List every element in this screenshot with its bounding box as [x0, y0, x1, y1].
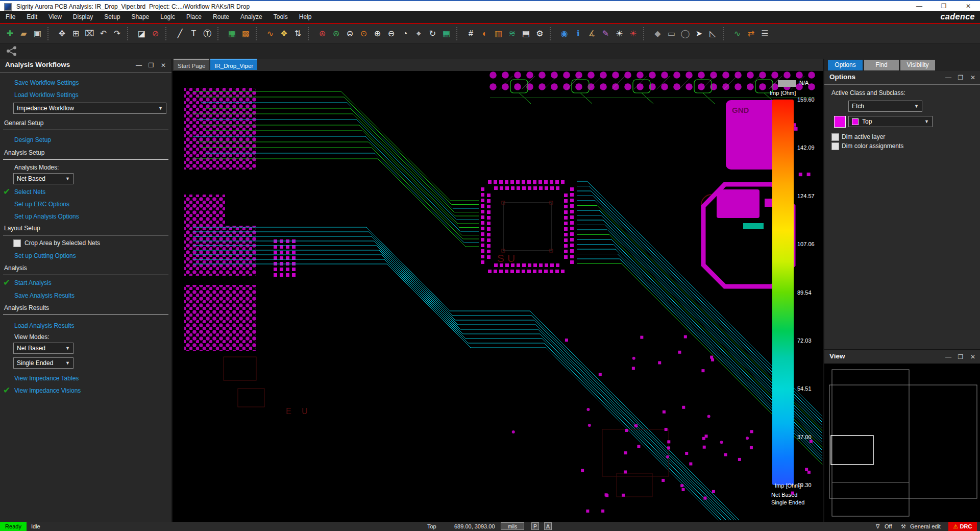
workflow-select[interactable]: Impedance Workflow▼	[13, 103, 166, 114]
text-box-icon[interactable]: Ⓣ	[201, 27, 214, 40]
add-line-icon[interactable]: ╱	[173, 27, 187, 40]
a-button[interactable]: A	[544, 522, 552, 530]
shape-rect-icon[interactable]: ▭	[665, 27, 678, 40]
view-impedance-tables-link[interactable]: View Impedance Tables	[14, 375, 79, 382]
dehighlight-icon[interactable]: ☀	[626, 27, 640, 40]
view-close-button[interactable]: ✕	[968, 352, 978, 361]
ratsnest-off-icon[interactable]: ⊛	[329, 27, 343, 40]
visibility-eye-icon[interactable]: ◉	[557, 27, 571, 40]
copy-display-icon[interactable]: ▥	[492, 27, 505, 40]
parameters-icon[interactable]: ⚙	[533, 27, 547, 40]
load-analysis-results-link[interactable]: Load Analysis Results	[14, 322, 74, 329]
analysis-mode-select[interactable]: Net Based▼	[13, 173, 74, 184]
workflow-close-button[interactable]: ✕	[158, 61, 168, 70]
save-design-icon[interactable]: ▣	[31, 27, 44, 40]
menu-item[interactable]: File	[0, 12, 21, 22]
menu-item[interactable]: Setup	[99, 12, 126, 22]
unfillet-icon[interactable]: ⊘	[149, 27, 162, 40]
menu-item[interactable]: Analyze	[235, 12, 268, 22]
tab-options[interactable]: Options	[828, 60, 863, 70]
stretch-icon[interactable]: ⇅	[291, 27, 305, 40]
measure-icon[interactable]: ∡	[585, 27, 599, 40]
shape-polygon-icon[interactable]: ◆	[651, 27, 665, 40]
menu-item[interactable]: Display	[67, 12, 99, 22]
class-select[interactable]: Etch▼	[848, 101, 922, 112]
place-component-icon[interactable]: ▦	[225, 27, 239, 40]
window-close-button[interactable]: ✕	[957, 1, 980, 11]
zoom-previous-icon[interactable]: ◔	[398, 27, 412, 40]
minimap-viewport-rect[interactable]	[831, 436, 873, 465]
color-dialog-icon[interactable]: ◐	[478, 27, 492, 40]
save-analysis-results-link[interactable]: Save Analysis Results	[14, 292, 75, 299]
tab-find[interactable]: Find	[864, 60, 899, 70]
workflow-minimize-button[interactable]: —	[134, 61, 144, 70]
edit-mode-label[interactable]: General edit	[910, 522, 941, 531]
design-info-icon[interactable]: ℹ	[571, 27, 585, 40]
menu-item[interactable]: Help	[293, 12, 317, 22]
dim-active-layer-checkbox[interactable]	[831, 133, 839, 141]
grid-icon[interactable]: #	[464, 27, 478, 40]
open-design-icon[interactable]: ▰	[17, 27, 31, 40]
redo-icon[interactable]: ↷	[110, 27, 124, 40]
cutting-options-link[interactable]: Set up Cutting Options	[14, 252, 76, 259]
share-icon[interactable]	[6, 46, 17, 56]
window-minimize-button[interactable]: —	[908, 1, 931, 11]
menu-item[interactable]: Route	[207, 12, 235, 22]
zoom-in-icon[interactable]: ⊕	[371, 27, 384, 40]
filter-icon[interactable]: ∇	[876, 522, 879, 531]
move-icon[interactable]: ✥	[55, 27, 69, 40]
menu-item[interactable]: Place	[181, 12, 207, 22]
pcb-design-canvas[interactable]: GND SU E U	[173, 71, 823, 522]
workflow-float-button[interactable]: ❐	[146, 61, 156, 70]
board-view-icon[interactable]: ▦	[439, 27, 453, 40]
copy-icon[interactable]: ⊞	[69, 27, 83, 40]
view-minimize-button[interactable]: —	[943, 352, 953, 361]
net-schedule-icon[interactable]: ∿	[263, 27, 277, 40]
design-setup-link[interactable]: Design Setup	[14, 136, 51, 143]
options-float-button[interactable]: ❐	[955, 73, 966, 82]
select-arrow-icon[interactable]: ➤	[692, 27, 706, 40]
menu-item[interactable]: Shape	[126, 12, 155, 22]
view-minimap[interactable]	[824, 364, 980, 522]
view-mode-ended-select[interactable]: Single Ended▼	[13, 357, 74, 369]
p-button[interactable]: P	[531, 522, 539, 530]
add-text-icon[interactable]: T	[187, 27, 201, 40]
start-analysis-link[interactable]: Start Analysis	[14, 279, 52, 286]
fillet-icon[interactable]: ◪	[135, 27, 149, 40]
waveform-icon[interactable]: ∿	[730, 27, 744, 40]
tab-ir-drop-viper[interactable]: IR_Drop_Viper	[210, 59, 257, 70]
options-close-button[interactable]: ✕	[968, 73, 978, 82]
pan-hand-icon[interactable]: ❖	[277, 27, 291, 40]
zoom-out-icon[interactable]: ⊖	[384, 27, 398, 40]
units-button[interactable]: mils	[501, 522, 524, 530]
crop-area-checkbox[interactable]	[13, 239, 21, 247]
select-nets-link[interactable]: Select Nets	[14, 188, 45, 196]
options-minimize-button[interactable]: —	[943, 73, 953, 82]
view-float-button[interactable]: ❐	[955, 352, 966, 361]
view-impedance-visions-link[interactable]: View Impedance Visions	[14, 387, 81, 394]
ratsnest-on-icon[interactable]: ⊛	[315, 27, 329, 40]
menu-item[interactable]: Tools	[268, 12, 293, 22]
layer-color-swatch[interactable]	[834, 116, 846, 128]
menu-list-icon[interactable]: ☰	[758, 27, 772, 40]
zoom-points-icon[interactable]: ⊜	[343, 27, 357, 40]
zoom-selection-icon[interactable]: ⊙	[357, 27, 371, 40]
zoom-fit-icon[interactable]: ⌖	[412, 27, 426, 40]
view-mode-select[interactable]: Net Based▼	[13, 343, 74, 354]
layers-icon[interactable]: ≋	[505, 27, 519, 40]
reports-icon[interactable]: ▤	[519, 27, 533, 40]
analysis-options-link[interactable]: Set up Analysis Options	[14, 213, 79, 220]
erc-options-link[interactable]: Set up ERC Options	[14, 201, 69, 208]
drc-badge[interactable]: ⚠ DRC	[948, 522, 977, 531]
menu-item[interactable]: View	[43, 12, 67, 22]
menu-item[interactable]: Logic	[155, 12, 181, 22]
undo-icon[interactable]: ↶	[96, 27, 110, 40]
edit-component-icon[interactable]: ▩	[239, 27, 253, 40]
shape-circle-icon[interactable]: ◯	[678, 27, 692, 40]
redraw-icon[interactable]: ↻	[426, 27, 439, 40]
tab-visibility[interactable]: Visibility	[900, 60, 935, 70]
appearance-icon[interactable]: ✎	[599, 27, 612, 40]
new-design-icon[interactable]: ✚	[3, 27, 17, 40]
tab-start-page[interactable]: Start Page	[174, 59, 209, 70]
highlight-icon[interactable]: ☀	[612, 27, 626, 40]
